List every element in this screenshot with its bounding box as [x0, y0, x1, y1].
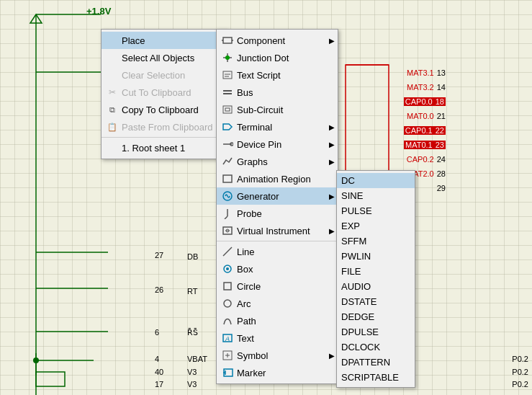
copy-icon: ⧉: [106, 103, 119, 116]
select-all-icon: [106, 51, 119, 64]
graphs-icon: [221, 155, 234, 168]
pin-mat00: MAT0.021: [407, 112, 446, 120]
port-p02-3: P0.2: [512, 380, 528, 389]
menu-item-cut[interactable]: ✂ Cut To Clipboard: [102, 84, 227, 101]
pin-26: 26: [155, 285, 163, 294]
text-icon: A: [221, 332, 234, 345]
gen-pulse[interactable]: PULSE: [337, 203, 415, 218]
gen-exp[interactable]: EXP: [337, 218, 415, 234]
pin-mat32: MAT3.214: [407, 83, 446, 92]
voltage-label: +1.8V: [86, 6, 111, 17]
svg-text:A: A: [225, 335, 230, 342]
symbol-icon: [221, 349, 234, 362]
place-component[interactable]: Component ▶: [217, 32, 338, 49]
place-path[interactable]: Path: [217, 312, 338, 329]
place-probe[interactable]: Probe: [217, 205, 338, 222]
svg-rect-13: [223, 37, 232, 43]
place-text-script[interactable]: Text Script: [217, 66, 338, 84]
place-text[interactable]: A Text: [217, 329, 338, 347]
pin-40: 40: [155, 368, 163, 376]
svg-point-18: [225, 56, 230, 60]
pin-17: 17: [155, 380, 163, 389]
generator-icon: [221, 190, 234, 203]
pin-29: 29: [434, 184, 446, 192]
virtual-instrument-icon: [221, 224, 234, 237]
svg-rect-39: [224, 283, 231, 290]
svg-line-32: [225, 216, 227, 219]
line-icon: [221, 245, 234, 258]
place-device-pin[interactable]: Device Pin ▶: [217, 136, 338, 153]
pin-27: 27: [155, 251, 163, 259]
svg-point-40: [224, 300, 231, 307]
place-subcircuit[interactable]: Sub-Circuit: [217, 101, 338, 118]
place-icon: [106, 34, 119, 47]
place-symbol[interactable]: Symbol ▶: [217, 347, 338, 364]
gen-pwlin[interactable]: PWLIN: [337, 249, 415, 264]
place-terminal[interactable]: Terminal ▶: [217, 118, 338, 136]
menu-item-select-all[interactable]: Select All Objects: [102, 49, 227, 66]
box-icon: [221, 262, 234, 275]
db-label: DB: [187, 252, 198, 261]
animation-region-icon: [221, 172, 234, 185]
bus-icon: [221, 86, 234, 99]
device-pin-icon: [221, 138, 234, 151]
place-graphs[interactable]: Graphs ▶: [217, 153, 338, 170]
pin-mat31: MAT3.113: [407, 68, 446, 77]
gen-dpulse[interactable]: DPULSE: [337, 324, 415, 339]
gen-dstate[interactable]: DSTATE: [337, 294, 415, 309]
gen-audio[interactable]: AUDIO: [337, 279, 415, 294]
clear-selection-icon: [106, 68, 119, 81]
pin-cap00: CAP0.018: [404, 97, 446, 106]
svg-rect-29: [223, 175, 232, 182]
gen-dpattern[interactable]: DPATTERN: [337, 355, 415, 370]
place-virtual-instrument[interactable]: Virtual Instrument ▶: [217, 222, 338, 239]
gen-dc[interactable]: DC: [337, 173, 415, 188]
place-submenu: Component ▶ Junction Dot Text Script Bus…: [216, 29, 338, 384]
probe-icon: [221, 207, 234, 220]
svg-point-38: [226, 267, 229, 270]
menu-item-clear-selection[interactable]: Clear Selection: [102, 66, 227, 84]
menu-item-root-sheet[interactable]: 1. Root sheet 1: [102, 139, 227, 156]
component-icon: [221, 34, 234, 47]
v3-label1: V3: [187, 368, 197, 376]
place-animation-region[interactable]: Animation Region: [217, 170, 338, 187]
gen-sffm[interactable]: SFFM: [337, 234, 415, 249]
place-junction-dot[interactable]: Junction Dot: [217, 49, 338, 66]
generator-submenu: DC SINE PULSE EXP SFFM PWLIN FILE AUDIO …: [336, 170, 415, 388]
place-circle[interactable]: Circle: [217, 278, 338, 295]
port-p02-1: P0.2: [512, 355, 528, 363]
gen-file[interactable]: FILE: [337, 264, 415, 279]
place-marker[interactable]: Marker: [217, 364, 338, 381]
svg-rect-11: [346, 65, 389, 180]
gen-dclock[interactable]: DCLOCK: [337, 339, 415, 355]
place-line[interactable]: Line: [217, 243, 338, 260]
svg-rect-19: [223, 71, 232, 79]
menu-item-copy[interactable]: ⧉ Copy To Clipboard: [102, 101, 227, 118]
path-icon: [221, 314, 234, 327]
place-arc[interactable]: Arc: [217, 295, 338, 312]
text-script-icon: [221, 68, 234, 81]
subcircuit-icon: [221, 103, 234, 116]
root-sheet-icon: [106, 141, 119, 154]
svg-rect-10: [36, 372, 65, 386]
place-generator[interactable]: Generator ▶: [217, 187, 338, 205]
svg-rect-25: [225, 108, 230, 111]
pin-6: 6: [155, 328, 159, 337]
marker-icon: [221, 366, 234, 379]
place-bus[interactable]: Bus: [217, 84, 338, 101]
pin-cap02: CAP0.224: [407, 155, 446, 164]
gen-dedge[interactable]: DEDGE: [337, 309, 415, 324]
rt-label: RT: [187, 287, 197, 296]
menu-item-paste[interactable]: 📋 Paste From Clipboard: [102, 118, 227, 136]
gen-scriptable[interactable]: SCRIPTABLE: [337, 370, 415, 385]
main-context-menu: Place ▶ Select All Objects Clear Selecti…: [101, 29, 227, 159]
menu-separator-1: [102, 137, 227, 138]
gen-sine[interactable]: SINE: [337, 188, 415, 203]
scissors-icon: ✂: [106, 86, 119, 99]
pin-mat01: MAT0.123: [404, 141, 446, 149]
pin-cap01: CAP0.122: [404, 126, 446, 135]
menu-item-place[interactable]: Place ▶: [102, 32, 227, 49]
place-box[interactable]: Box: [217, 260, 338, 278]
port-p02-2: P0.2: [512, 368, 528, 376]
arc-icon: [221, 297, 234, 310]
